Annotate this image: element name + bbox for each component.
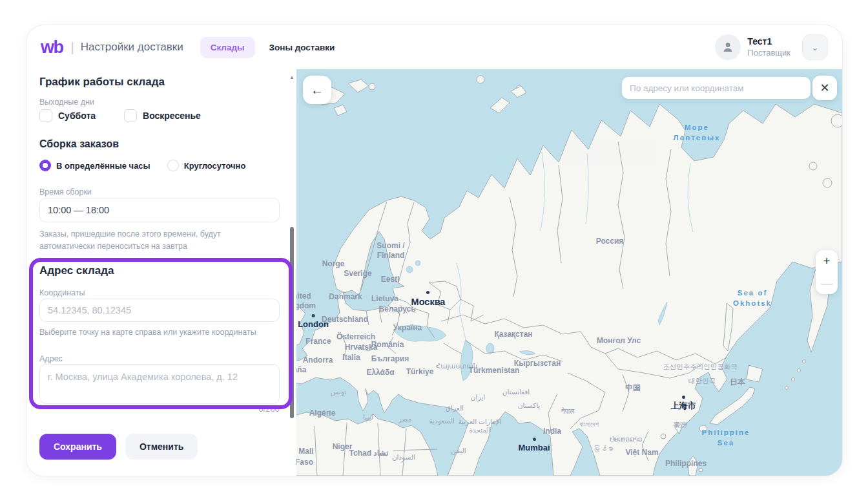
radio-label: В определённые часы xyxy=(56,161,150,171)
zoom-out-button[interactable]: — xyxy=(816,272,838,294)
checkbox-saturday[interactable]: Суббота xyxy=(39,109,96,122)
coords-label: Координаты xyxy=(39,288,85,297)
map-close-button[interactable]: ✕ xyxy=(812,76,837,100)
radio-fixed-hours[interactable]: В определённые часы xyxy=(39,160,150,171)
map-back-button[interactable]: ← xyxy=(303,76,331,104)
tab-bar: Склады Зоны доставки xyxy=(200,37,346,58)
close-icon: ✕ xyxy=(820,81,829,95)
zoom-in-button[interactable]: + xyxy=(816,250,838,272)
tab-delivery-zones[interactable]: Зоны доставки xyxy=(259,37,346,58)
radio-icon xyxy=(167,160,179,171)
checkbox-label: Воскресенье xyxy=(143,111,201,121)
coords-input[interactable] xyxy=(39,299,280,322)
user-name: Тест1 xyxy=(747,36,790,48)
weekend-label: Выходные дни xyxy=(39,98,94,107)
checkbox-icon xyxy=(39,109,52,122)
radio-label: Круглосуточно xyxy=(184,161,246,171)
assembly-title: Сборка заказов xyxy=(39,138,119,150)
save-button[interactable]: Сохранить xyxy=(39,434,116,460)
map-search-input[interactable] xyxy=(622,77,811,99)
user-info: Тест1 Поставщик xyxy=(747,36,790,58)
tab-warehouses[interactable]: Склады xyxy=(200,37,255,58)
map-area[interactable]: Море ЛаптевыхSea of OkhotskPhilippine Se… xyxy=(296,69,842,476)
address-textarea[interactable] xyxy=(39,364,280,404)
user-box: Тест1 Поставщик ⌄ xyxy=(715,34,828,60)
coords-hint: Выберите точку на карте справа или укажи… xyxy=(39,326,269,339)
user-icon xyxy=(721,41,734,54)
chevron-down-icon: ⌄ xyxy=(812,43,819,52)
time-hint: Заказы, пришедшие после этого времени, б… xyxy=(39,228,269,253)
scrollbar-up-icon[interactable]: ▲ xyxy=(289,74,294,80)
time-label: Время сборки xyxy=(39,187,92,196)
avatar xyxy=(715,34,741,60)
assembly-options: В определённые часы Круглосуточно xyxy=(39,160,245,171)
page-title: Настройки доставки xyxy=(81,41,183,54)
checkbox-icon xyxy=(124,109,137,122)
char-counter: 0/200 xyxy=(39,404,280,414)
arrow-left-icon: ← xyxy=(311,83,324,98)
panel-scrollbar[interactable] xyxy=(290,227,294,418)
action-buttons: Сохранить Отменить xyxy=(39,434,198,460)
checkbox-label: Суббота xyxy=(58,111,96,121)
address-title: Адрес склада xyxy=(39,264,114,277)
wb-logo: wb xyxy=(41,37,63,58)
header: wb | Настройки доставки Склады Зоны дост… xyxy=(26,25,842,69)
main-card: wb | Настройки доставки Склады Зоны дост… xyxy=(26,25,843,476)
cancel-button[interactable]: Отменить xyxy=(125,434,198,460)
user-role: Поставщик xyxy=(747,48,790,58)
settings-panel: График работы склада Выходные дни Суббот… xyxy=(26,69,296,476)
checkbox-sunday[interactable]: Воскресенье xyxy=(124,109,201,122)
schedule-title: График работы склада xyxy=(39,76,165,89)
map-canvas[interactable] xyxy=(296,69,842,476)
user-menu-button[interactable]: ⌄ xyxy=(802,34,828,60)
radio-icon-selected xyxy=(39,160,51,171)
map-zoom-control: + — xyxy=(816,250,838,294)
address-label: Адрес xyxy=(39,354,63,363)
weekend-checkboxes: Суббота Воскресенье xyxy=(39,109,201,122)
radio-around-clock[interactable]: Круглосуточно xyxy=(167,160,246,171)
logo-divider: | xyxy=(71,40,74,55)
assembly-time-input[interactable] xyxy=(39,198,280,222)
